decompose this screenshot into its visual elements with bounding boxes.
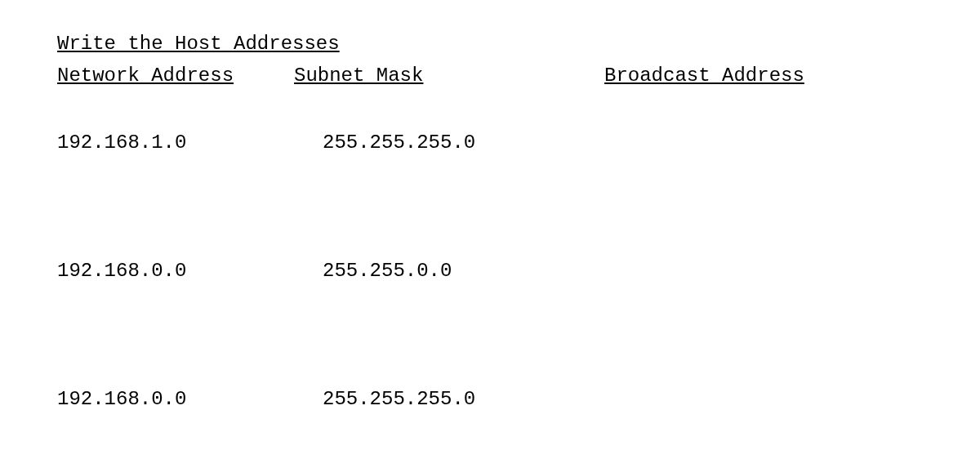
cell-subnet-mask: 255.255.0.0 (294, 260, 604, 282)
cell-broadcast-address (604, 131, 923, 154)
cell-broadcast-address (604, 260, 923, 282)
cell-network-address: 192.168.1.0 (57, 131, 294, 154)
header-broadcast-address: Broadcast Address (604, 65, 923, 87)
cell-subnet-mask: 255.255.255.0 (294, 131, 604, 154)
column-headers: Network Address Subnet Mask Broadcast Ad… (57, 65, 923, 87)
table-row: 192.168.0.0 255.255.255.0 (57, 388, 923, 410)
table-row: 192.168.1.0 255.255.255.0 (57, 131, 923, 154)
header-subnet-mask: Subnet Mask (294, 65, 604, 87)
cell-network-address: 192.168.0.0 (57, 260, 294, 282)
header-network-address: Network Address (57, 65, 294, 87)
cell-broadcast-address (604, 388, 923, 410)
cell-subnet-mask: 255.255.255.0 (294, 388, 604, 410)
cell-network-address: 192.168.0.0 (57, 388, 294, 410)
worksheet-title: Write the Host Addresses (57, 33, 923, 55)
table-row: 192.168.0.0 255.255.0.0 (57, 260, 923, 282)
